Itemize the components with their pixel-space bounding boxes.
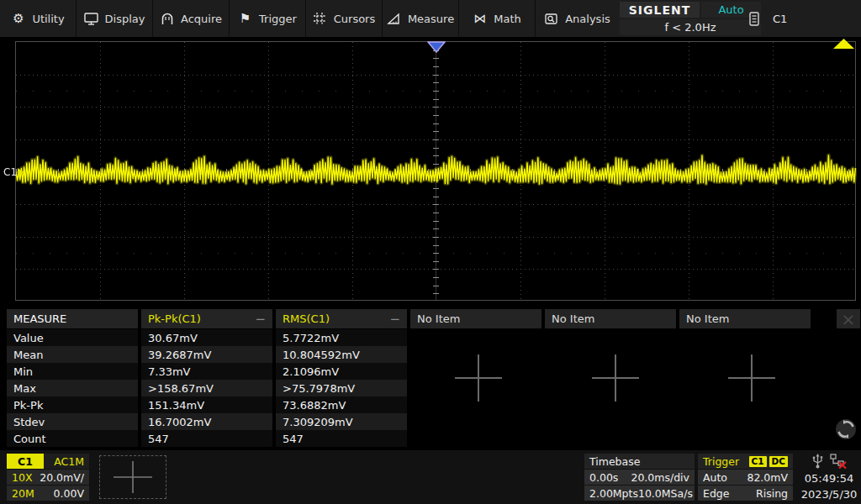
- channel1-scale: 20.0mV/: [40, 471, 84, 484]
- trigger-position-marker[interactable]: [427, 41, 446, 53]
- brand-logo: SIGLENT: [620, 2, 700, 18]
- bowtie-icon: ⋈: [473, 12, 487, 26]
- lan-disconnected-icon: [830, 454, 847, 469]
- row-value: 7.33mV: [141, 363, 272, 380]
- remove-measurement-icon[interactable]: −: [389, 315, 400, 323]
- measure-stats-table: Value 30.67mV 5.7722mV Mean 39.2687mV 10…: [7, 329, 407, 447]
- clock-time: 05:49:54: [805, 470, 853, 486]
- row-value: >158.67mV: [141, 380, 272, 396]
- channel1-probe: 10X: [12, 471, 32, 484]
- measure-header: MEASURE Pk-Pk(C1) − RMS(C1) − No Item No…: [7, 309, 811, 329]
- table-row-mean: Mean 39.2687mV 10.804592mV: [7, 346, 407, 363]
- oscilloscope-screen: ⚙ Utility Display Acquire ⚑ Trigger Curs…: [0, 0, 861, 504]
- flag-icon: ⚑: [238, 12, 252, 26]
- frequency-readout: f < 2.0Hz: [664, 21, 716, 34]
- menu-cursors[interactable]: Cursors: [306, 0, 383, 37]
- menu-measure-label: Measure: [408, 13, 454, 25]
- clock-date: 2023/5/30: [801, 486, 858, 502]
- table-row-count: Count 547 547: [7, 430, 407, 447]
- top-menu-bar: ⚙ Utility Display Acquire ⚑ Trigger Curs…: [0, 0, 861, 37]
- close-icon[interactable]: ×: [837, 309, 860, 328]
- menu-display-label: Display: [105, 13, 145, 25]
- add-measurement-button[interactable]: [728, 354, 775, 402]
- measure-col-empty-1[interactable]: No Item: [410, 309, 541, 328]
- row-label: Max: [7, 380, 138, 396]
- add-measurement-button[interactable]: [455, 354, 502, 402]
- channel-list-label: C1: [773, 13, 787, 25]
- graticule-frame: C1: [15, 41, 856, 301]
- status-cluster: SIGLENT Auto f < 2.0Hz: [620, 2, 761, 35]
- row-value: 73.6882mV: [276, 396, 407, 413]
- channel1-marker-arrow-icon: [18, 168, 24, 176]
- plus-icon: [100, 456, 166, 498]
- menu-acquire[interactable]: Acquire: [153, 0, 230, 37]
- add-channel-button[interactable]: [99, 455, 166, 499]
- trigger-mode: Auto: [703, 471, 727, 484]
- magnifier-box-icon: [544, 12, 558, 26]
- row-value: 547: [141, 430, 272, 447]
- trigger-type: Edge: [703, 487, 729, 500]
- trigger-title: Trigger: [703, 455, 739, 468]
- table-row-value: Value 30.67mV 5.7722mV: [7, 329, 407, 346]
- menu-utility-label: Utility: [32, 13, 64, 25]
- measure-col-empty-1-label: No Item: [417, 312, 460, 325]
- waveform-display[interactable]: C1: [0, 37, 861, 306]
- set-square-icon: [387, 12, 401, 26]
- channel1-descriptor[interactable]: C1 AC1M 10X 20.0mV/ 20M 0.00V: [7, 454, 89, 501]
- menu-math[interactable]: ⋈ Math: [459, 0, 536, 37]
- menu-trigger[interactable]: ⚑ Trigger: [230, 0, 306, 37]
- timebase-scale: 20.0ms/div: [631, 471, 689, 484]
- trigger-coupling-badge: DC: [769, 456, 788, 467]
- monitor-icon: [84, 12, 98, 26]
- trigger-descriptor[interactable]: Trigger C1 DC Auto 82.0mV Edge Rising: [698, 454, 793, 501]
- row-value: 547: [276, 430, 407, 447]
- add-measurement-button[interactable]: [592, 354, 639, 402]
- measure-col-pkpk-label: Pk-Pk(C1): [148, 312, 201, 325]
- gear-icon: ⚙: [11, 12, 25, 26]
- trigger-source-badge: C1: [749, 456, 767, 467]
- row-value: 5.7722mV: [276, 329, 407, 346]
- row-label: Pk-Pk: [7, 396, 138, 413]
- table-row-pkpk: Pk-Pk 151.34mV 73.6882mV: [7, 396, 407, 413]
- menu-analysis-label: Analysis: [565, 13, 610, 25]
- channel1-badge: C1: [7, 454, 44, 469]
- row-label: Value: [7, 329, 138, 346]
- row-label: Min: [7, 363, 138, 380]
- menu-measure[interactable]: Measure: [383, 0, 459, 37]
- measure-col-pkpk[interactable]: Pk-Pk(C1) −: [141, 309, 272, 328]
- row-label: Count: [7, 430, 138, 447]
- channel1-offset: 0.00V: [54, 487, 84, 500]
- timebase-descriptor[interactable]: Timebase 0.00s 20.0ms/div 2.00Mpts 10.0M…: [584, 454, 695, 501]
- remove-measurement-icon[interactable]: −: [255, 315, 266, 323]
- timebase-title: Timebase: [589, 455, 640, 468]
- trigger-level-marker[interactable]: [832, 39, 855, 50]
- row-label: Mean: [7, 346, 138, 363]
- measure-col-empty-3[interactable]: No Item: [679, 309, 811, 328]
- channel-list-button[interactable]: C1: [744, 0, 792, 37]
- channel1-coupling: AC1M: [44, 454, 89, 469]
- menu-analysis[interactable]: Analysis: [536, 0, 619, 37]
- row-value: 7.309209mV: [276, 413, 407, 430]
- measure-col-empty-2-label: No Item: [552, 312, 594, 325]
- timebase-sample-rate: 10.0MSa/s: [638, 487, 693, 500]
- row-label: Stdev: [7, 413, 138, 430]
- reset-statistics-icon[interactable]: [834, 417, 858, 441]
- row-value: 151.34mV: [141, 396, 272, 413]
- table-row-stdev: Stdev 16.7002mV 7.309209mV: [7, 413, 407, 430]
- menu-display[interactable]: Display: [77, 0, 153, 37]
- row-value: >75.7978mV: [276, 380, 407, 396]
- measure-col-rms[interactable]: RMS(C1) −: [276, 309, 407, 328]
- menu-utility[interactable]: ⚙ Utility: [0, 0, 77, 37]
- table-row-max: Max >158.67mV >75.7978mV: [7, 380, 407, 396]
- measure-col-rms-label: RMS(C1): [283, 312, 330, 325]
- channel1-bandwidth: 20M: [12, 487, 34, 500]
- timebase-points: 2.00Mpts: [589, 487, 638, 500]
- arch-icon: [160, 12, 174, 26]
- channel1-zero-marker[interactable]: C1: [3, 166, 24, 178]
- menu-trigger-label: Trigger: [259, 13, 297, 25]
- menu-acquire-label: Acquire: [181, 13, 222, 25]
- measure-col-empty-2[interactable]: No Item: [545, 309, 676, 328]
- crosshair-grid-icon: [313, 12, 327, 26]
- row-value: 2.1096mV: [276, 363, 407, 380]
- measure-col-empty-3-label: No Item: [686, 312, 729, 325]
